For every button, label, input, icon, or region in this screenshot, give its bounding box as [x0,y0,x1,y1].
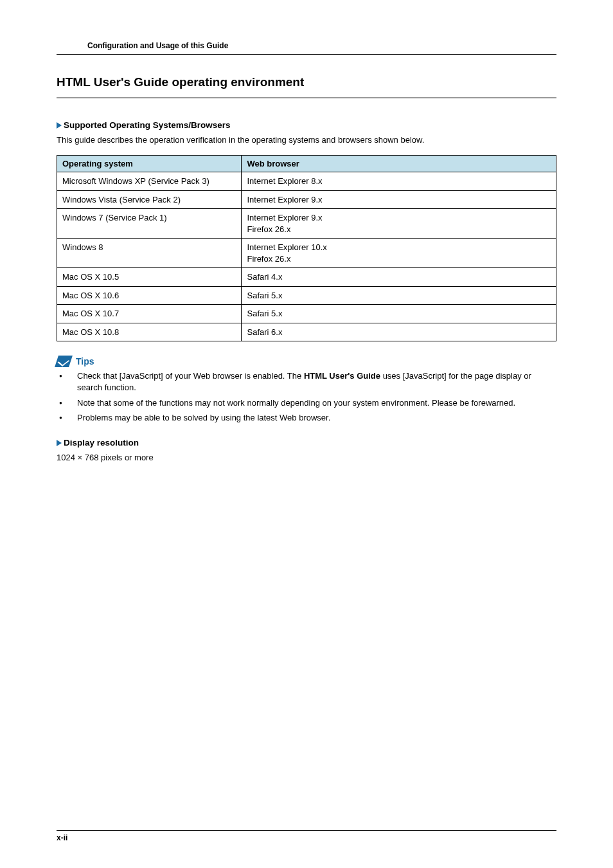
section-heading-resolution-text: Display resolution [64,438,139,448]
table-cell-os: Mac OS X 10.6 [57,286,242,305]
page-title: HTML User's Guide operating environment [57,75,556,98]
table-cell-os: Windows Vista (Service Pack 2) [57,190,242,209]
table-row: Microsoft Windows XP (Service Pack 3)Int… [57,172,556,191]
table-cell-os: Mac OS X 10.7 [57,305,242,323]
tips-list: Check that [JavaScript] of your Web brow… [57,370,556,423]
table-cell-browser: Internet Explorer 9.xFirefox 26.x [242,209,556,239]
table-row: Mac OS X 10.6Safari 5.x [57,286,556,305]
resolution-value: 1024 × 768 pixels or more [57,453,556,462]
table-row: Windows 8Internet Explorer 10.xFirefox 2… [57,239,556,268]
table-header-browser: Web browser [242,156,556,172]
table-cell-browser: Internet Explorer 9.x [242,190,556,209]
table-row: Mac OS X 10.8Safari 6.x [57,323,556,341]
breadcrumb: Configuration and Usage of this Guide [57,41,556,55]
section-heading-resolution: Display resolution [57,438,556,448]
section-heading-supported-text: Supported Operating Systems/Browsers [64,120,231,130]
table-cell-os: Mac OS X 10.8 [57,323,242,341]
table-cell-os: Mac OS X 10.5 [57,268,242,287]
table-row: Mac OS X 10.5Safari 4.x [57,268,556,287]
table-cell-browser: Safari 4.x [242,268,556,287]
table-row: Mac OS X 10.7Safari 5.x [57,305,556,323]
table-row: Windows Vista (Service Pack 2)Internet E… [57,190,556,209]
tips-check-icon [55,356,73,367]
page-number: x-ii [57,833,67,842]
table-cell-os: Windows 7 (Service Pack 1) [57,209,242,239]
tips-label: Tips [76,356,94,366]
tips-block: Tips Check that [JavaScript] of your Web… [57,356,556,423]
table-cell-browser: Safari 6.x [242,323,556,341]
table-cell-browser: Internet Explorer 8.x [242,172,556,191]
list-item: Check that [JavaScript] of your Web brow… [57,370,556,393]
page-footer: x-ii [57,830,556,842]
section-heading-supported: Supported Operating Systems/Browsers [57,120,556,130]
table-cell-os: Microsoft Windows XP (Service Pack 3) [57,172,242,191]
triangle-icon [57,440,62,446]
table-cell-browser: Safari 5.x [242,305,556,323]
list-item: Note that some of the functions may not … [57,397,556,409]
os-browser-table: Operating system Web browser Microsoft W… [57,155,556,341]
table-cell-os: Windows 8 [57,239,242,268]
intro-text: This guide describes the operation verif… [57,135,556,145]
list-item: Problems may be able to be solved by usi… [57,412,556,424]
table-cell-browser: Internet Explorer 10.xFirefox 26.x [242,239,556,268]
table-header-os: Operating system [57,156,242,172]
triangle-icon [57,122,62,129]
table-cell-browser: Safari 5.x [242,286,556,305]
table-row: Windows 7 (Service Pack 1)Internet Explo… [57,209,556,239]
